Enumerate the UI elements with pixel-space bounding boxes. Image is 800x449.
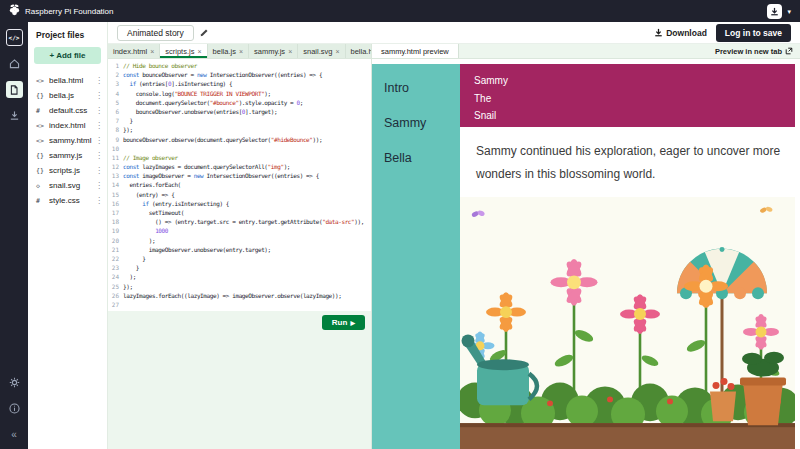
code-line[interactable]: 3 if (entries[0].isIntersecting) { [108, 79, 371, 88]
edit-project-name-button[interactable] [199, 28, 209, 38]
close-icon[interactable]: × [150, 48, 154, 55]
code-line[interactable]: 16 if (entry.isIntersecting) { [108, 199, 371, 208]
topbar: Raspberry Pi Foundation ▾ [0, 0, 800, 22]
preview-nav-link[interactable]: Sammy [384, 116, 460, 130]
code-line[interactable]: 25}); [108, 282, 371, 291]
close-icon[interactable]: × [239, 48, 243, 55]
line-number: 4 [108, 89, 123, 98]
code-line[interactable]: 12const lazyImages = document.querySelec… [108, 162, 371, 171]
file-menu-button[interactable]: ⋮ [95, 76, 103, 85]
code-line[interactable]: 23 } [108, 263, 371, 272]
code-line[interactable]: 19 1000 [108, 226, 371, 235]
external-link-icon [785, 47, 793, 55]
editor-tab[interactable]: snail.svg× [298, 44, 345, 58]
editor-tab[interactable]: scripts.js× [160, 44, 207, 58]
editor-tabbar: index.html×scripts.js×bella.js×sammy.js×… [108, 44, 371, 59]
preview-nav-link[interactable]: Bella [384, 151, 460, 165]
code-line[interactable]: 11// Image observer [108, 153, 371, 162]
code-line[interactable]: 21 imageObserver.unobserve(entry.target)… [108, 245, 371, 254]
settings-gear-icon[interactable] [6, 374, 23, 391]
project-guide-icon[interactable] [6, 107, 23, 124]
code-line[interactable]: 22 } [108, 254, 371, 263]
raspberry-pi-logo-icon [9, 4, 20, 19]
code-line[interactable]: 14 entries.forEach( [108, 180, 371, 189]
file-name: bella.html [49, 76, 92, 85]
code-line[interactable]: 13const imageObserver = new Intersection… [108, 171, 371, 180]
add-file-button[interactable]: + Add file [34, 47, 101, 64]
code-line[interactable]: 17 setTimeout( [108, 208, 371, 217]
file-row[interactable]: {}sammy.js⋮ [28, 148, 107, 163]
code-line[interactable]: 1// Hide bounce observer [108, 61, 371, 70]
file-menu-button[interactable]: ⋮ [95, 136, 103, 145]
preview-new-tab-label: Preview in new tab [715, 47, 782, 56]
preview-nav-link[interactable]: Intro [384, 81, 460, 95]
code-line[interactable]: 15 (entry) => { [108, 190, 371, 199]
line-number: 9 [108, 135, 123, 144]
editor-tab[interactable]: bella.js× [208, 44, 249, 58]
run-button[interactable]: Run ▶ [322, 315, 365, 330]
account-menu-button[interactable]: ▾ [767, 4, 791, 19]
file-row[interactable]: <>bella.html⋮ [28, 73, 107, 88]
file-row[interactable]: {}bella.js⋮ [28, 88, 107, 103]
login-button[interactable]: Log in to save [716, 24, 791, 42]
code-line[interactable]: 8}); [108, 125, 371, 134]
garden-illustration [460, 197, 795, 449]
html-file-icon: <> [36, 137, 46, 145]
play-icon: ▶ [350, 320, 355, 326]
editor-tab[interactable]: sammy.js× [249, 44, 298, 58]
code-line[interactable]: 2const bounceObserver = new Intersection… [108, 70, 371, 79]
code-line[interactable]: 5 document.querySelector("#bounce").styl… [108, 98, 371, 107]
file-row[interactable]: #style.css⋮ [28, 193, 107, 208]
close-icon[interactable]: × [288, 48, 292, 55]
info-icon[interactable] [6, 400, 23, 417]
file-row[interactable]: ◇snail.svg⋮ [28, 178, 107, 193]
editor-tab[interactable]: index.html× [108, 44, 160, 58]
file-menu-button[interactable]: ⋮ [95, 151, 103, 160]
code-line[interactable]: 6 bounceObserver.unobserve(entries[0].ta… [108, 107, 371, 116]
download-button[interactable]: Download [654, 28, 707, 38]
file-menu-button[interactable]: ⋮ [95, 91, 103, 100]
code-line[interactable]: 27 [108, 300, 371, 309]
editor-tab[interactable]: bella.html× [346, 44, 372, 58]
code-line[interactable]: 4 console.log("BOUNCE TRIGGER IN VIEWPOR… [108, 89, 371, 98]
code-line[interactable]: 10 [108, 144, 371, 153]
code-text: bounceObserver.observe(document.querySel… [123, 135, 371, 144]
code-line[interactable]: 20 ); [108, 236, 371, 245]
main-column: Animated story Download Log in to [108, 22, 800, 449]
file-row[interactable]: <>sammy.html⋮ [28, 133, 107, 148]
file-row[interactable]: {}scripts.js⋮ [28, 163, 107, 178]
line-number: 5 [108, 98, 123, 107]
code-text: const lazyImages = document.querySelecto… [123, 162, 371, 171]
project-files-icon[interactable] [6, 81, 23, 98]
file-menu-button[interactable]: ⋮ [95, 121, 103, 130]
file-name: sammy.js [49, 151, 92, 160]
code-line[interactable]: 7 } [108, 116, 371, 125]
code-editor[interactable]: 1// Hide bounce observer2const bounceObs… [108, 59, 371, 311]
close-icon[interactable]: × [197, 48, 201, 55]
file-menu-button[interactable]: ⋮ [95, 181, 103, 190]
line-number: 13 [108, 171, 123, 180]
file-menu-button[interactable]: ⋮ [95, 196, 103, 205]
story-paragraph-line: wonders in this blossoming world. [476, 163, 787, 186]
file-name: bella.js [49, 91, 92, 100]
file-row[interactable]: <>index.html⋮ [28, 118, 107, 133]
file-row[interactable]: #default.css⋮ [28, 103, 107, 118]
collapse-sidebar-icon[interactable]: « [6, 426, 23, 443]
home-icon[interactable] [6, 55, 23, 72]
file-menu-button[interactable]: ⋮ [95, 166, 103, 175]
close-icon[interactable]: × [335, 48, 339, 55]
file-name: snail.svg [49, 181, 92, 190]
code-text: () => (entry.target.src = entry.target.g… [123, 217, 371, 226]
code-line[interactable]: 24 ); [108, 272, 371, 281]
story-title-line: Snail [474, 107, 795, 125]
file-menu-button[interactable]: ⋮ [95, 106, 103, 115]
code-line[interactable]: 18 () => (entry.target.src = entry.targe… [108, 217, 371, 226]
code-text: // Hide bounce observer [123, 61, 371, 70]
code-line[interactable]: 9bounceObserver.observe(document.querySe… [108, 135, 371, 144]
code-text: }); [123, 282, 371, 291]
preview-new-tab-button[interactable]: Preview in new tab [715, 47, 793, 56]
line-number: 17 [108, 208, 123, 217]
code-text: // Image observer [123, 153, 371, 162]
code-line[interactable]: 26lazyImages.forEach((lazyImage) => imag… [108, 291, 371, 300]
preview-tab[interactable]: sammy.html preview [372, 44, 459, 58]
